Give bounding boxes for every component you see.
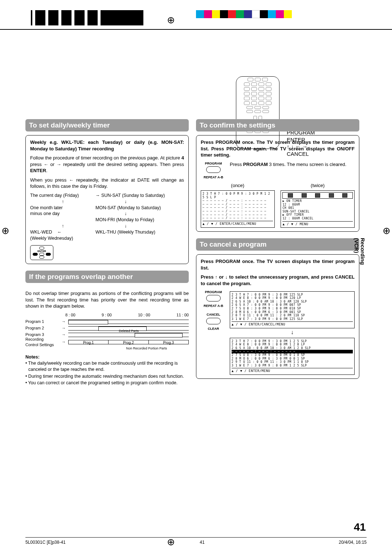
section-body-timer: Weekly e.g. WKL-TUE: each Tuesday) or da… [25, 135, 189, 264]
section-body-cancel: Press PROGRAM once. The TV screen displa… [196, 254, 359, 379]
cancel-buttons-graphic: PROGRAM REPEAT A-B CANCEL CLEAR [201, 290, 226, 375]
overlap-desc: Do not overlap timer programs as portion… [25, 290, 189, 309]
timer-intro-bold: Weekly e.g. WKL-TUE: each Tuesday) or da… [30, 139, 184, 152]
note-3: • You can correct or cancel the programe… [25, 380, 189, 386]
crop-mark-left: ⊕ [1, 225, 9, 236]
print-color-bar [196, 10, 292, 18]
section-heading-confirm: To confirm the settings [196, 119, 359, 131]
notes-block: Notes: • The daily/weekly recording can … [25, 354, 189, 386]
crop-mark-right: ⊕ [383, 225, 391, 236]
footer: 5L00301C [E]p38-41 41 20/4/04, 16:15 [25, 537, 367, 545]
footer-center: 41 [200, 540, 204, 545]
note-1: • The daily/weekly recording can be made… [25, 360, 189, 373]
overlap-diagram: 8 : 00 9 : 00 10 : 00 11 : 00 Program 1→… [25, 312, 189, 351]
footer-right: 20/4/04, 16:15 [339, 540, 367, 545]
print-bar-left [31, 10, 143, 25]
page-number: 41 [354, 521, 366, 533]
cycle-diagram: The current day (Friday)→ SUN-SAT (Sunda… [30, 193, 184, 242]
section-heading-cancel: To cancel a program [196, 238, 359, 251]
program-button-graphic: PROGRAM REPEAT A-B [201, 161, 226, 180]
down-arrow-icon: ↓ [230, 328, 355, 336]
note-2: • During timer recording the automatic r… [25, 373, 189, 380]
top-rule [0, 29, 392, 30]
enter-pad-graphic: ENTER [30, 245, 184, 260]
section-body-confirm: Press PROGRAM once. The TV screen displa… [196, 135, 359, 232]
cancel-screen-after: 2 3 T H 7 : 0 0 PM 9 : 3 0 PM 1 2 5 SLP … [230, 338, 355, 375]
cancel-screen-before: 2 3 T H 7 : 0 0 PM 9 : 3 0 PM 125 SLP 2 … [230, 291, 355, 329]
notes-label: Notes: [25, 354, 189, 360]
crop-mark-top: ⊕ [167, 15, 175, 26]
confirm-desc: Press PROGRAM once. The TV screen displa… [201, 139, 355, 158]
timer-step: Follow the procedure of timer recording … [30, 155, 184, 174]
timer-cycle-desc: When you press ← repeatedly, the indicat… [30, 177, 184, 190]
section-heading-timer: To set daily/weekly timer [25, 119, 189, 131]
twice-label: (twice) [281, 182, 355, 189]
cancel-p1: Press PROGRAM once. The TV screen displa… [201, 258, 355, 271]
side-tab: Recording (VCR) [354, 238, 366, 265]
once-label: (once) [201, 182, 275, 189]
screen-twice: ▶ ON TIMER 12 : 00AM CH 001 SUN-SAT CANC… [281, 190, 355, 228]
cancel-p2: Press ↑ or ↓ to select the unnecessary p… [201, 274, 355, 287]
footer-left: 5L00301C [E]p38-41 [25, 540, 66, 545]
section-body-overlap: Do not overlap timer programs as portion… [25, 287, 189, 390]
screen-once: 2 3 T H 7 : 0 0 P M 9 : 3 0 P M 1 2 5 S … [201, 190, 275, 228]
confirm-tip: Press PROGRAM 3 times. The menu screen i… [230, 161, 355, 180]
section-heading-overlap: If the programs overlap another [25, 271, 189, 283]
